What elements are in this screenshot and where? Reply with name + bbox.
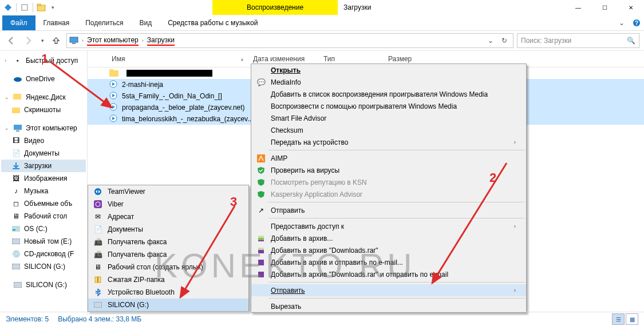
ctx-checksum[interactable]: Checksum xyxy=(251,124,526,136)
menu-separator xyxy=(268,150,525,150)
ctx-scan[interactable]: Проверить на вирусы xyxy=(251,164,526,176)
pictures-icon: 🖼 xyxy=(11,174,21,183)
chevron-right-icon[interactable]: › xyxy=(142,38,144,43)
ribbon-tab-home[interactable]: Главная xyxy=(35,15,78,30)
title-context-area: Воспроизведение Загрузки xyxy=(61,0,565,15)
ribbon-tab-context[interactable]: Средства работы с музыкой xyxy=(160,15,266,30)
drive-icon xyxy=(11,262,21,271)
chevron-down-icon: ⌄ xyxy=(5,125,10,131)
sidebar-item-downloads[interactable]: Загрузки xyxy=(1,160,86,172)
sidebar-item-os-c[interactable]: OS (C:) xyxy=(1,222,86,235)
svg-rect-2 xyxy=(37,4,41,6)
sidebar-screenshots[interactable]: Скриншоты xyxy=(1,104,86,116)
sendto-zip[interactable]: Сжатая ZIP-папка xyxy=(88,273,248,286)
sidebar-item-pictures[interactable]: 🖼Изображения xyxy=(1,172,86,185)
sendto-viber[interactable]: Viber xyxy=(88,198,248,210)
ctx-cut[interactable]: Вырезать xyxy=(251,300,526,312)
sidebar-item-desktop[interactable]: 🖥Рабочий стол xyxy=(1,210,86,222)
menu-separator xyxy=(268,202,525,202)
ctx-play-wmp[interactable]: Воспроизвести с помощью проигрывателя Wi… xyxy=(251,100,526,112)
fax-icon: 📠 xyxy=(93,237,103,247)
col-name[interactable]: Имя▴ xyxy=(107,51,248,67)
ctx-give-access[interactable]: Предоставить доступ к› xyxy=(251,220,526,232)
sendto-fax2[interactable]: 📠Получатель факса xyxy=(88,248,248,261)
addr-refresh-button[interactable]: ↻ xyxy=(498,34,511,47)
svg-rect-16 xyxy=(12,264,20,269)
svg-rect-10 xyxy=(14,125,22,130)
rar-icon xyxy=(256,269,266,280)
breadcrumb-downloads[interactable]: Загрузки xyxy=(147,36,175,46)
sidebar-this-pc[interactable]: ⌄Этот компьютер xyxy=(1,122,86,134)
drive-icon xyxy=(93,300,103,310)
sidebar-quick-access[interactable]: ›⋆Быстрый доступ xyxy=(1,54,86,67)
help-icon[interactable]: ? xyxy=(629,15,644,30)
view-details-button[interactable]: ☰ xyxy=(612,313,625,325)
sendto-silicon-drive[interactable]: SILICON (G:) xyxy=(88,299,248,311)
sidebar-item-3dobjects[interactable]: ◻Объемные объ xyxy=(1,197,86,210)
ctx-send-to[interactable]: Отправить› xyxy=(251,284,526,296)
nav-up-button[interactable] xyxy=(49,34,63,47)
sidebar-item-cd-f[interactable]: 💿CD-дисковод (F xyxy=(1,248,86,260)
sendto-desktop-shortcut[interactable]: 🖥Рабочий стол (создать ярлык) xyxy=(88,261,248,273)
ctx-cast-to-device[interactable]: Передать на устройство› xyxy=(251,136,526,148)
sidebar-yadisk[interactable]: ⌄Яндекс.Диск xyxy=(1,91,86,104)
ctx-add-archive-email[interactable]: Добавить в архив и отправить по e-mail..… xyxy=(251,256,526,268)
ctx-share[interactable]: ↗Отправить xyxy=(251,204,526,216)
sendto-teamviewer[interactable]: TeamViewer xyxy=(88,185,248,198)
svg-rect-34 xyxy=(258,248,264,250)
ctx-mediainfo[interactable]: 💬MediaInfo xyxy=(251,76,526,88)
search-icon[interactable]: 🔍 xyxy=(627,37,635,45)
search-input[interactable]: Поиск: Загрузки 🔍 xyxy=(517,33,639,48)
sendto-mail[interactable]: ✉Адресат xyxy=(88,210,248,223)
address-bar[interactable]: › Этот компьютер › Загрузки ⌄ ↻ xyxy=(66,33,513,48)
sidebar-item-new-e[interactable]: Новый том (E:) xyxy=(1,235,86,248)
search-placeholder: Поиск: Загрузки xyxy=(521,37,571,45)
folder-icon xyxy=(11,105,21,114)
quick-access-toolbar: ▾ xyxy=(0,0,61,15)
svg-rect-17 xyxy=(14,282,22,288)
ctx-open[interactable]: Открыть xyxy=(251,64,526,76)
ctx-add-downloads-rar[interactable]: Добавить в архив "Downloads.rar" xyxy=(251,244,526,256)
shield-icon xyxy=(256,177,266,188)
ctx-sfa[interactable]: Smart File Advisor xyxy=(251,112,526,124)
ribbon-tab-view[interactable]: Вид xyxy=(131,15,160,30)
close-button[interactable]: ✕ xyxy=(618,0,644,15)
sidebar-item-video[interactable]: 🎞Видео xyxy=(1,134,86,147)
maximize-button[interactable]: ☐ xyxy=(591,0,618,15)
ctx-kaa[interactable]: Kaspersky Application Advisor xyxy=(251,188,526,200)
ctx-add-downloads-rar-email[interactable]: Добавить в архив "Downloads.rar" и отпра… xyxy=(251,268,526,280)
ctx-ksn[interactable]: Посмотреть репутацию в KSN xyxy=(251,176,526,188)
nav-forward-button[interactable] xyxy=(22,34,35,47)
ctx-add-archive[interactable]: Добавить в архив... xyxy=(251,232,526,244)
sidebar-item-silicon-g[interactable]: SILICON (G:) xyxy=(1,260,86,273)
sidebar-onedrive[interactable]: OneDrive xyxy=(1,73,86,85)
sidebar-item-documents[interactable]: 📄Документы xyxy=(1,147,86,160)
nav-recent-chevron-icon[interactable]: ▾ xyxy=(39,34,46,47)
ribbon-expand-chevron-icon[interactable]: ⌄ xyxy=(614,15,629,30)
aimp-icon xyxy=(256,153,266,164)
ribbon-tab-share[interactable]: Поделиться xyxy=(77,15,131,30)
svg-rect-36 xyxy=(258,272,264,277)
ribbon-tab-file[interactable]: Файл xyxy=(2,15,35,30)
qat-folder-icon[interactable] xyxy=(37,3,46,12)
pc-icon xyxy=(13,124,22,133)
sendto-bluetooth[interactable]: Устройство Bluetooth xyxy=(88,286,248,299)
minimize-button[interactable]: — xyxy=(565,0,591,15)
svg-rect-25 xyxy=(94,200,102,208)
nav-back-button[interactable] xyxy=(5,34,18,47)
sendto-fax1[interactable]: 📠Получатель факса xyxy=(88,236,248,248)
qat-prop-icon[interactable] xyxy=(20,3,29,12)
svg-rect-12 xyxy=(13,168,19,169)
addr-history-chevron-icon[interactable]: ⌄ xyxy=(484,34,497,47)
qat-chevron-down-icon[interactable]: ▾ xyxy=(48,3,57,12)
share-icon: ↗ xyxy=(256,205,266,216)
sidebar-drive-silicon[interactable]: SILICON (G:) xyxy=(1,279,86,291)
sendto-documents[interactable]: 📄Документы xyxy=(88,223,248,236)
breadcrumb-this-pc[interactable]: Этот компьютер xyxy=(87,36,139,46)
ctx-add-wmp-playlist[interactable]: Добавить в список воспроизведения проигр… xyxy=(251,88,526,100)
sidebar-item-music[interactable]: ♪Музыка xyxy=(1,185,86,197)
chevron-right-icon[interactable]: › xyxy=(82,38,84,43)
ctx-aimp[interactable]: AIMP xyxy=(251,152,526,164)
document-icon: 📄 xyxy=(93,224,103,234)
view-icons-button[interactable]: ▦ xyxy=(626,313,638,325)
